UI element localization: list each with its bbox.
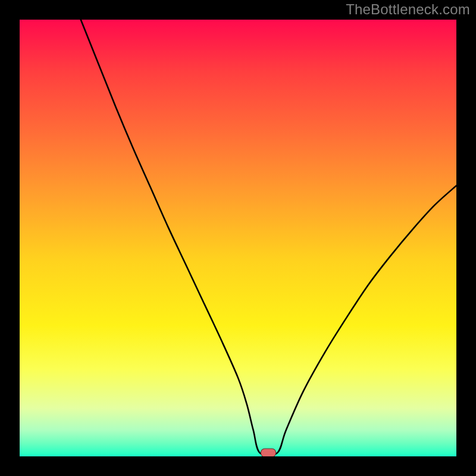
optimum-marker — [261, 449, 276, 456]
chart-frame: TheBottleneck.com — [0, 0, 476, 476]
bottleneck-curve — [20, 20, 456, 456]
watermark-text: TheBottleneck.com — [346, 1, 470, 18]
curve-path — [81, 20, 456, 456]
plot-area — [20, 20, 456, 456]
